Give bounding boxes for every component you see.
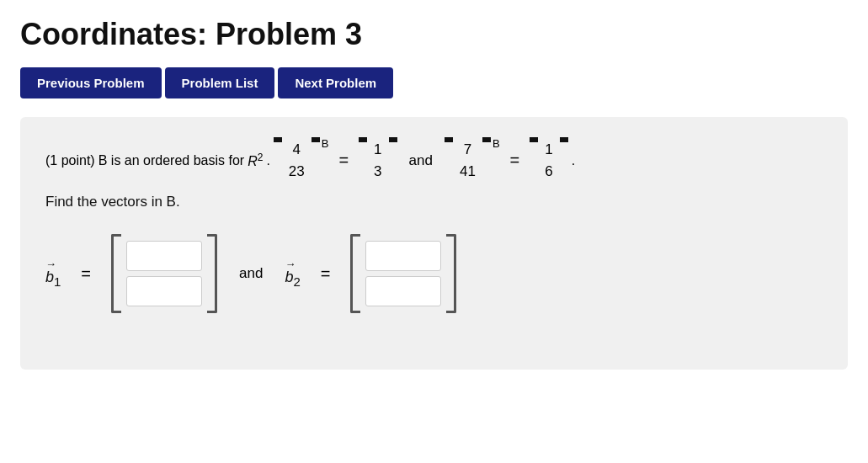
bracket-left-1 [274, 137, 282, 142]
and-between-vectors: and [239, 265, 263, 282]
b1-input-matrix [111, 234, 217, 313]
bracket-right-1 [312, 137, 320, 142]
equals-1: = [338, 151, 349, 170]
bracket-left-2 [359, 137, 367, 142]
b2-inputs [360, 234, 446, 313]
bracket-left-3 [445, 137, 453, 142]
b2-top-input[interactable] [365, 241, 441, 271]
b2-label: → b2 [285, 258, 300, 289]
matrix2-result-values: 1 6 [541, 137, 556, 184]
answer-row: → b1 = and → b2 = [45, 234, 823, 313]
bracket-right-2 [389, 137, 397, 142]
bracket-right-3 [482, 137, 491, 142]
equals-2: = [510, 151, 520, 170]
r2-superscript: 2 [258, 152, 264, 163]
problem-list-button[interactable]: Problem List [165, 67, 275, 98]
points-label: (1 point) [45, 153, 95, 168]
r2-letter: R [248, 154, 258, 168]
find-vectors-text: Find the vectors in B. [45, 194, 823, 210]
b1-letter: b [45, 269, 54, 285]
bracket-left-4 [530, 137, 538, 142]
b2-input-matrix [350, 234, 456, 313]
b1-top-input[interactable] [126, 241, 202, 271]
and-between-matrices: and [409, 152, 433, 169]
final-period: . [572, 153, 575, 168]
b2-bottom-input[interactable] [365, 276, 441, 306]
problem-box: (1 point) B is an ordered basis for R2 .… [20, 117, 848, 370]
next-problem-button[interactable]: Next Problem [278, 67, 393, 98]
statement-pre: B is an ordered basis for [99, 153, 244, 168]
b1-bracket-right [207, 234, 217, 313]
b1-bracket-left [111, 234, 121, 313]
b2-subscript: 2 [293, 274, 300, 289]
matrix1-rhs: 1 3 [359, 137, 397, 184]
period-after-r2: . [266, 153, 269, 168]
matrix1-lhs: 4 23 B [274, 137, 329, 184]
b2-letter: b [285, 269, 293, 285]
matrix1-result-values: 1 3 [370, 137, 385, 184]
matrix2-lhs: 7 41 B [445, 137, 500, 184]
subscript-b-2: B [493, 137, 500, 184]
b1-equals: = [81, 264, 91, 284]
b1-label: → b1 [45, 258, 61, 289]
matrix2-rhs: 1 6 [530, 137, 567, 184]
prev-problem-button[interactable]: Previous Problem [20, 67, 162, 98]
page-title: Coordinates: Problem 3 [20, 17, 848, 52]
r2-notation: R2 [248, 152, 263, 169]
b2-equals: = [321, 264, 331, 284]
problem-statement: (1 point) B is an ordered basis for R2 .… [45, 137, 823, 184]
matrix1-values: 4 23 [285, 137, 308, 184]
b1-bottom-input[interactable] [126, 276, 202, 306]
b2-bracket-right [446, 234, 456, 313]
nav-buttons: Previous Problem Problem List Next Probl… [20, 67, 848, 98]
bracket-right-4 [560, 137, 568, 142]
b1-inputs [121, 234, 207, 313]
matrix2-values: 7 41 [456, 137, 479, 184]
subscript-b-1: B [322, 137, 329, 184]
b2-bracket-left [350, 234, 360, 313]
b1-subscript: 1 [54, 274, 61, 289]
